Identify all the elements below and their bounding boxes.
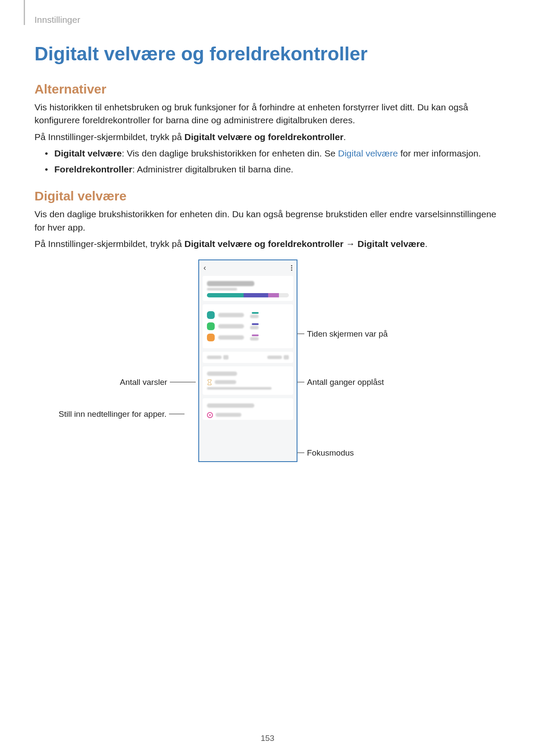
heading-digital-velvaere: Digital velvære — [34, 189, 501, 203]
hourglass-icon — [207, 379, 212, 385]
blur-text — [215, 380, 236, 384]
disconnect-card — [203, 398, 293, 420]
text-bold: Digitalt velvære og foreldrekontroller — [185, 239, 344, 249]
app-timers-row[interactable] — [207, 379, 289, 385]
app-row[interactable] — [207, 322, 289, 330]
app-row[interactable] — [207, 311, 289, 319]
callout-label: Tiden skjermen var på — [307, 329, 388, 339]
blur-text — [207, 288, 237, 291]
callout-label: Still inn nedtellinger for apper. — [59, 409, 166, 419]
blur-text — [207, 356, 222, 359]
text: På Innstillinger-skjermbildet, trykk på — [34, 239, 185, 249]
phone-topbar: ‹ — [199, 260, 297, 276]
paragraph: Vis den daglige brukshistorikken for enh… — [34, 208, 501, 234]
text: . — [344, 132, 346, 142]
text-bold: Foreldrekontroller — [54, 164, 132, 174]
paragraph: På Innstillinger-skjermbildet, trykk på … — [34, 237, 501, 250]
text: På Innstillinger-skjermbildet, trykk på — [34, 132, 185, 142]
side-rule — [24, 0, 25, 25]
paragraph: Vis historikken til enhetsbruken og bruk… — [34, 101, 501, 127]
dash-icon — [252, 334, 259, 336]
paragraph: På Innstillinger-skjermbildet, trykk på … — [34, 131, 501, 144]
breadcrumb: Innstillinger — [34, 15, 80, 25]
callout-focus: Fokusmodus — [297, 448, 354, 458]
figure: ‹ — [34, 259, 501, 475]
app-icon — [207, 322, 215, 330]
blur-text — [250, 315, 259, 318]
callout-label: Fokusmodus — [307, 448, 354, 458]
blur-text — [207, 403, 254, 408]
text: : Administrer digitalbruken til barna di… — [132, 164, 294, 174]
callout-label: Antall varsler — [120, 378, 167, 387]
blur-text — [267, 356, 282, 359]
text-bold: Digitalt velvære — [357, 239, 425, 249]
blur-text — [250, 337, 259, 341]
blur-text — [218, 313, 244, 317]
text: → — [344, 239, 358, 249]
dash-icon — [252, 312, 259, 314]
link-digital-velvaere[interactable]: Digital velvære — [338, 148, 398, 158]
callout-unlocks: Antall ganger opplåst — [297, 378, 384, 387]
app-icon — [207, 334, 215, 341]
more-icon[interactable] — [291, 264, 292, 272]
page-title: Digitalt velvære og foreldrekontroller — [34, 43, 501, 65]
phone-mockup: ‹ — [198, 259, 297, 462]
text: . — [425, 239, 428, 249]
summary-card — [203, 276, 293, 301]
blur-text — [218, 324, 244, 328]
focus-mode-row[interactable] — [207, 412, 289, 418]
heading-alternativer: Alternativer — [34, 82, 501, 97]
blur-text — [207, 372, 237, 376]
blur-text — [218, 335, 244, 340]
blur-text — [207, 387, 272, 390]
text: : Vis den daglige brukshistorikken for e… — [122, 148, 338, 158]
dash-icon — [252, 323, 259, 325]
blur-text — [284, 355, 289, 359]
callout-label: Antall ganger opplåst — [307, 378, 384, 387]
blur-text — [250, 326, 259, 329]
stats-card — [203, 352, 293, 363]
list-item: Foreldrekontroller: Administrer digitalb… — [45, 163, 501, 176]
bullet-list: Digitalt velvære: Vis den daglige bruksh… — [45, 147, 501, 176]
callout-screen-time: Tiden skjermen var på — [297, 329, 388, 339]
usage-bar — [207, 293, 289, 297]
focus-icon — [207, 412, 213, 418]
callout-timers: Still inn nedtellinger for apper. — [59, 409, 185, 419]
blur-text — [216, 413, 241, 417]
app-icon — [207, 311, 215, 319]
text-bold: Digitalt velvære — [54, 148, 122, 158]
blur-text — [223, 355, 228, 359]
app-row[interactable] — [207, 334, 289, 341]
goals-card — [203, 366, 293, 395]
page-number: 153 — [0, 734, 535, 743]
list-item: Digitalt velvære: Vis den daglige bruksh… — [45, 147, 501, 160]
callout-notifications: Antall varsler — [120, 378, 196, 387]
back-icon[interactable]: ‹ — [203, 263, 206, 272]
text-bold: Digitalt velvære og foreldrekontroller — [185, 132, 344, 142]
blur-text — [207, 281, 254, 286]
text: for mer informasjon. — [398, 148, 481, 158]
app-list-card — [203, 304, 293, 348]
